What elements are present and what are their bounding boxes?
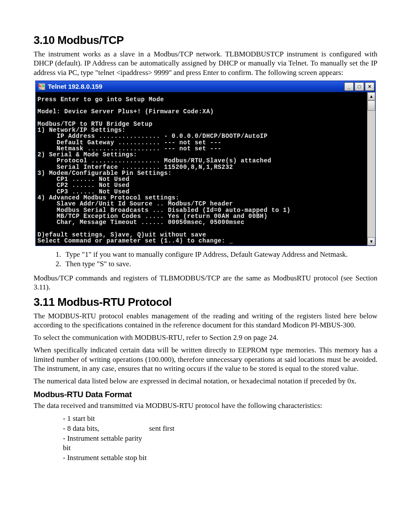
bullet-text: - 8 data bits, <box>63 424 149 434</box>
p-311-4: The numerical data listed below are expr… <box>34 376 377 386</box>
p-311-3: When specifically indicated certain data… <box>34 345 377 373</box>
telnet-window: Telnet 192.8.0.159 _ □ × Press Enter to … <box>35 81 376 246</box>
heading-3-11: 3.11 Modbus-RTU Protocol <box>34 296 377 309</box>
close-button[interactable]: × <box>365 82 374 91</box>
scroll-up-button[interactable]: ▲ <box>367 92 375 100</box>
p-311-2: To select the communication with MODBUS-… <box>34 333 377 342</box>
telnet-app-icon <box>38 83 45 90</box>
minimize-button[interactable]: _ <box>344 82 354 91</box>
vertical-scrollbar[interactable]: ▲ ▼ <box>367 92 375 246</box>
closing-3-10: Modbus/TCP commands and registers of TLB… <box>34 274 377 292</box>
telnet-title: Telnet 192.8.0.159 <box>48 83 344 90</box>
scroll-down-button[interactable]: ▼ <box>367 237 375 246</box>
bullet-text: - Instrument settable stop bit <box>63 453 149 463</box>
data-format-list: - 1 start bit - 8 data bits, sent first … <box>63 414 377 464</box>
list-item: - Instrument settable stop bit <box>63 453 377 463</box>
heading-3-10: 3.10 Modbus/TCP <box>34 34 377 47</box>
subheading-data-format: Modbus-RTU Data Format <box>34 390 377 399</box>
scroll-thumb[interactable] <box>367 100 375 111</box>
maximize-button[interactable]: □ <box>355 82 364 91</box>
scroll-track[interactable] <box>367 100 375 237</box>
bullet-note: sent first <box>149 424 174 434</box>
list-item: - Instrument settable parity bit <box>63 434 377 454</box>
list-item: - 1 start bit <box>63 414 377 424</box>
step-2: Then type "S" to save. <box>63 260 377 268</box>
intro-3-10: The instrument works as a slave in a Mod… <box>34 50 377 77</box>
steps-list: Type "1" if you want to manually configu… <box>34 250 377 268</box>
bullet-text: - Instrument settable parity bit <box>63 434 149 454</box>
list-item: - 8 data bits, sent first <box>63 424 377 434</box>
bullet-text: - 1 start bit <box>63 414 149 424</box>
p-311-1: The MODBUS-RTU protocol enables manageme… <box>34 311 377 330</box>
step-1: Type "1" if you want to manually configu… <box>63 250 377 259</box>
telnet-titlebar: Telnet 192.8.0.159 _ □ × <box>36 81 375 92</box>
telnet-terminal-output: Press Enter to go into Setup Mode Model:… <box>36 92 367 246</box>
p-311-5: The data received and transmitted via MO… <box>34 401 377 410</box>
